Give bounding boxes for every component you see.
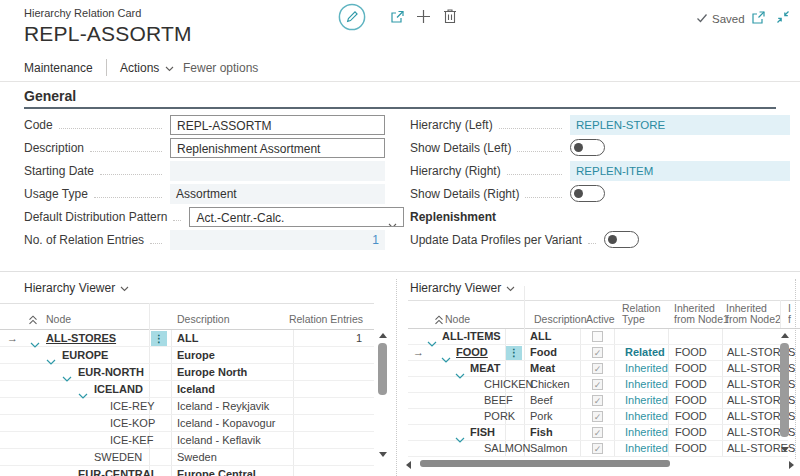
table-row[interactable]: ICE-KOPIceland - Kopavogur xyxy=(0,415,374,432)
node-cell: BEEF xyxy=(484,393,513,408)
field-input-description[interactable]: Replenishment Assortment xyxy=(170,138,385,158)
vertical-scrollbar-thumb[interactable] xyxy=(378,343,387,395)
table-row[interactable]: MEATMeat✓InheritedFOODALL-STORES xyxy=(408,361,788,377)
column-header-relation-entries[interactable]: Relation Entries xyxy=(260,314,363,325)
column-header-description[interactable]: Description xyxy=(534,314,587,325)
column-header-relation[interactable]: RelationType xyxy=(622,303,661,325)
open-in-window-icon[interactable] xyxy=(751,10,766,25)
table-row[interactable]: ICE-REYIceland - Reykjavik xyxy=(0,398,374,415)
table-row[interactable]: BEEFBeef✓InheritedFOODALL-STORES xyxy=(408,393,788,409)
column-header-clipped: If xyxy=(788,303,799,325)
dotted-leader xyxy=(499,127,562,129)
right-viewer-title[interactable]: Hierarchy Viewer xyxy=(410,281,515,295)
scroll-up-arrow[interactable] xyxy=(781,333,789,338)
vertical-scrollbar-thumb[interactable] xyxy=(780,343,789,437)
active-checkbox: ✓ xyxy=(592,443,603,454)
node-cell: PORK xyxy=(484,409,515,424)
table-row[interactable]: EUR-NORTHEurope North xyxy=(0,364,374,381)
table-row[interactable]: →FOOD⋮Food✓RelatedFOODALL-STORES xyxy=(408,345,788,361)
horizontal-scrollbar-thumb[interactable] xyxy=(420,460,670,467)
row-menu-icon[interactable]: ⋮ xyxy=(151,331,167,346)
scroll-right-arrow[interactable] xyxy=(789,461,794,469)
table-row[interactable]: EUR-CENTRALEurope Central xyxy=(0,466,374,476)
general-section-title[interactable]: General xyxy=(24,88,76,104)
row-menu-icon[interactable]: ⋮ xyxy=(506,346,522,360)
chevron-down-icon xyxy=(506,281,515,295)
relation-type-cell[interactable]: Inherited xyxy=(625,361,668,376)
node-cell: ICELAND xyxy=(94,381,143,397)
general-right-column: Hierarchy (Left)REPLEN-STOREShow Details… xyxy=(410,113,790,251)
scroll-down-arrow[interactable] xyxy=(379,452,387,457)
column-header-inh2[interactable]: Inheritedfrom Node2 xyxy=(726,303,781,325)
relation-type-cell[interactable]: Inherited xyxy=(625,377,668,392)
relation-type-cell[interactable]: Related xyxy=(625,345,665,360)
relation-type-cell[interactable]: Inherited xyxy=(625,425,668,440)
node-cell: ICE-KOP xyxy=(110,415,155,431)
table-top-border xyxy=(0,303,374,304)
table-row[interactable]: EUROPEEurope xyxy=(0,347,374,364)
menu-fewer-options[interactable]: Fewer options xyxy=(183,61,258,75)
field-select-default-distribution-pattern[interactable]: Act.-Centr.-Calc. xyxy=(189,207,404,227)
left-table-body: →ALL-STORES⋮ALL1EUROPEEuropeEUR-NORTHEur… xyxy=(0,330,374,476)
column-header-node[interactable]: Node xyxy=(445,314,470,325)
description-cell: Iceland - Kopavogur xyxy=(177,415,275,431)
toggle-show-details-right[interactable] xyxy=(570,185,605,202)
table-row[interactable]: ALL-ITEMSALL xyxy=(408,329,788,345)
column-header-description[interactable]: Description xyxy=(177,314,230,325)
field-link-hierarchy-left[interactable]: REPLEN-STORE xyxy=(570,115,790,135)
description-cell: ALL xyxy=(530,329,551,344)
table-row[interactable]: FISHFish✓InheritedFOODALL-STORES xyxy=(408,425,788,441)
table-row[interactable]: SWEDENSweden xyxy=(0,449,374,466)
relation-type-cell[interactable]: Inherited xyxy=(625,393,668,408)
menu-maintenance[interactable]: Maintenance xyxy=(24,61,93,75)
collapse-all-icon[interactable] xyxy=(434,311,444,329)
toggle-update-data-profiles-per-variant[interactable] xyxy=(604,231,639,248)
node-cell: EUROPE xyxy=(62,347,108,363)
description-cell: Europe North xyxy=(177,364,247,380)
relation-type-cell[interactable]: Inherited xyxy=(625,441,668,456)
inherited-from-node1-cell: FOOD xyxy=(675,377,707,392)
minimize-icon[interactable] xyxy=(776,10,790,24)
section-divider xyxy=(0,271,800,272)
left-viewer-title[interactable]: Hierarchy Viewer xyxy=(24,281,129,295)
active-checkbox: ✓ xyxy=(592,363,603,374)
table-row[interactable]: SALMONSalmon✓InheritedFOODALL-STORES xyxy=(408,441,788,457)
description-cell: Europe xyxy=(177,347,215,363)
table-row[interactable]: →ALL-STORES⋮ALL1 xyxy=(0,330,374,347)
field-input-code[interactable]: REPL-ASSORTM xyxy=(170,115,385,135)
general-left-column: CodeREPL-ASSORTMDescriptionReplenishment… xyxy=(24,113,385,251)
scroll-down-arrow[interactable] xyxy=(781,447,789,452)
table-top-border xyxy=(408,300,800,301)
description-cell: ALL xyxy=(177,330,198,346)
active-checkbox: ✓ xyxy=(592,379,603,390)
dotted-leader xyxy=(173,219,181,221)
scroll-left-arrow[interactable] xyxy=(406,461,411,469)
menu-actions[interactable]: Actions xyxy=(120,61,174,75)
edit-icon[interactable] xyxy=(338,3,366,31)
table-row[interactable]: ICELANDIceland xyxy=(0,381,374,398)
delete-icon[interactable] xyxy=(443,8,457,24)
field-row-show-details-left: Show Details (Left) xyxy=(410,136,790,159)
column-header-inh1[interactable]: Inheritedfrom Node1 xyxy=(674,303,729,325)
column-header-node[interactable]: Node xyxy=(46,314,71,325)
table-row[interactable]: PORKPork✓InheritedFOODALL-STORES xyxy=(408,409,788,425)
field-link-hierarchy-right[interactable]: REPLEN-ITEM xyxy=(570,161,790,181)
share-icon[interactable] xyxy=(389,8,406,25)
field-label-show-details-right: Show Details (Right) xyxy=(410,187,519,201)
collapse-all-icon[interactable] xyxy=(28,311,38,329)
expand-chevron-icon[interactable] xyxy=(62,471,72,476)
page-caption: Hierarchy Relation Card xyxy=(24,7,141,19)
new-icon[interactable] xyxy=(416,9,431,24)
table-row[interactable]: ICE-KEFIceland - Keflavik xyxy=(0,432,374,449)
column-header-active[interactable]: Active xyxy=(586,314,615,325)
relation-entries-cell[interactable]: 1 xyxy=(280,330,362,346)
inherited-from-node1-cell: FOOD xyxy=(675,441,707,456)
relation-type-cell[interactable]: Inherited xyxy=(625,409,668,424)
scroll-up-arrow[interactable] xyxy=(379,333,387,338)
field-row-starting-date: Starting Date xyxy=(24,159,385,182)
pane-edge-separator xyxy=(795,279,796,459)
toggle-show-details-left[interactable] xyxy=(570,139,605,156)
table-row[interactable]: CHICKENChicken✓InheritedFOODALL-STORES xyxy=(408,377,788,393)
dotted-leader xyxy=(525,196,562,198)
field-drilldown-no-of-relation-entries[interactable]: 1 xyxy=(170,230,385,250)
